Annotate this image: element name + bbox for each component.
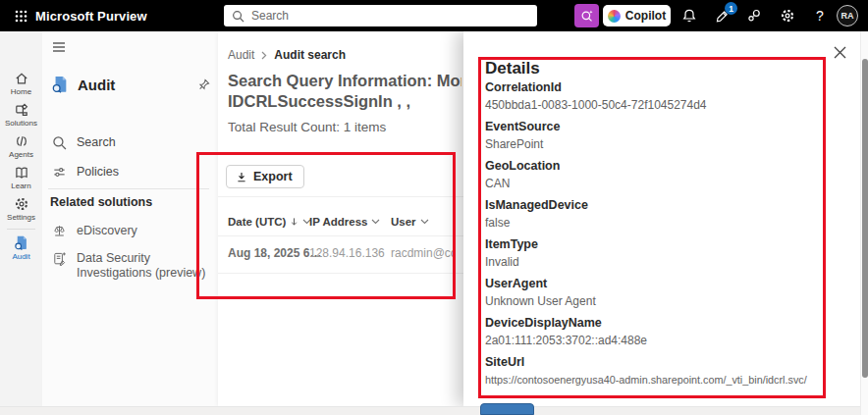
field-itemtype: ItemType Invalid — [485, 237, 823, 270]
sidebar-item-policies[interactable]: Policies — [48, 159, 211, 184]
org-settings-button[interactable] — [741, 0, 767, 31]
purview-audit-screen: Microsoft Purview Copilot 1 — [0, 0, 868, 415]
notifications-button[interactable] — [677, 0, 702, 31]
app-title[interactable]: Microsoft Purview — [35, 0, 147, 31]
org-bubbles-icon — [746, 8, 762, 24]
total-result-count: Total Result Count: 1 items — [228, 120, 386, 134]
field-ismanageddevice: IsManagedDevice false — [485, 198, 823, 231]
copilot-button[interactable]: Copilot — [603, 5, 671, 26]
top-bar: Microsoft Purview Copilot 1 — [0, 0, 868, 31]
audit-sidebar: Audit Search Policies Related solutions … — [42, 31, 218, 415]
chevron-right-icon — [261, 51, 267, 60]
field-eventsource: EventSource SharePoint — [485, 120, 823, 152]
details-panel: Details CorrelationId 450bbda1-0083-1000… — [463, 31, 868, 406]
left-rail: Home Solutions Agents Learn Settings Aud… — [0, 31, 42, 415]
sidebar-title: Audit — [78, 77, 189, 93]
bell-icon — [681, 8, 697, 24]
breadcrumb: Audit Audit search — [228, 48, 346, 62]
field-devicedisplayname: DeviceDisplayName 2a01:111:2053:3702::ad… — [485, 316, 823, 348]
rail-divider — [7, 229, 35, 230]
collapse-menu-button[interactable] — [52, 41, 66, 53]
rail-item-solutions[interactable]: Solutions — [0, 102, 42, 132]
chevron-down-icon — [420, 219, 429, 225]
search-input[interactable] — [251, 9, 529, 23]
settings-button[interactable] — [775, 0, 800, 31]
help-icon: ? — [816, 8, 824, 24]
related-solutions-header: Related solutions — [50, 195, 152, 209]
feedback-button[interactable]: 1 — [709, 0, 734, 31]
export-button[interactable]: Export — [226, 165, 304, 188]
audit-search-results-card: Audit Audit search Search Query Informat… — [218, 31, 463, 406]
sparkle-search-icon — [580, 9, 594, 23]
field-correlationid: CorrelationId 450bbda1-0083-1000-50c4-72… — [485, 80, 823, 113]
search-icon — [52, 135, 67, 150]
row-divider — [218, 273, 463, 274]
panel-primary-button-partial[interactable] — [480, 403, 534, 415]
home-icon — [14, 71, 29, 86]
copilot-label: Copilot — [625, 9, 666, 23]
rail-item-agents[interactable]: Agents — [0, 133, 42, 164]
page-title-line2: IDCRLSuccessSignIn , , — [228, 91, 461, 112]
global-search — [224, 5, 537, 26]
rail-item-learn[interactable]: Learn — [0, 165, 42, 195]
cell-ip: 128.94.16.136 — [309, 246, 385, 260]
pin-icon[interactable] — [196, 78, 211, 92]
sidebar-divider — [48, 188, 209, 189]
sidebar-item-search[interactable]: Search — [48, 130, 211, 155]
audit-document-icon — [50, 75, 70, 94]
copilot-icon — [608, 10, 621, 23]
gear-icon — [14, 196, 29, 212]
footer-strip — [0, 406, 868, 415]
page-title-line1: Search Query Information: Mon, 18 Aug 2 — [228, 71, 461, 91]
notification-badge: 1 — [725, 2, 737, 15]
column-header-user[interactable]: User — [391, 216, 429, 228]
book-icon — [14, 165, 29, 181]
download-icon — [236, 171, 247, 183]
rail-item-settings[interactable]: Settings — [0, 196, 42, 227]
rail-item-audit[interactable]: Audit — [0, 234, 42, 265]
search-icon — [232, 10, 244, 23]
field-siteurl: SiteUrl https://contosoenergyusa40-admin… — [485, 355, 823, 388]
waffle-icon — [15, 10, 27, 23]
cell-date: Aug 18, 2025 6… — [228, 246, 321, 260]
avatar-initials: RA — [841, 11, 854, 21]
column-header-date[interactable]: Date (UTC) — [228, 216, 311, 228]
gear-icon — [780, 8, 795, 24]
details-title: Details — [485, 59, 540, 78]
table-top-divider — [218, 196, 463, 197]
sidebar-item-data-security-investigations[interactable]: Data Security Investigations (preview) — [48, 251, 215, 281]
purview-search-toggle-button[interactable] — [574, 4, 599, 27]
sliders-icon — [52, 165, 67, 180]
help-button[interactable]: ? — [807, 0, 833, 31]
breadcrumb-audit[interactable]: Audit — [228, 48, 254, 62]
solutions-icon — [14, 102, 29, 118]
field-useragent: UserAgent Unknown User Agent — [485, 277, 823, 309]
sidebar-item-ediscovery[interactable]: eDiscovery — [48, 224, 215, 238]
scrollbar-thumb[interactable] — [862, 59, 868, 378]
header-row-divider — [218, 235, 463, 236]
close-icon — [834, 46, 846, 59]
breadcrumb-audit-search: Audit search — [274, 48, 346, 62]
close-panel-button[interactable] — [831, 43, 848, 61]
chevron-down-icon — [371, 219, 380, 225]
scrollbar[interactable] — [860, 31, 868, 415]
agents-icon — [14, 133, 29, 149]
rail-item-home[interactable]: Home — [0, 71, 42, 101]
sidebar-audit-header[interactable]: Audit — [48, 69, 211, 100]
account-avatar[interactable]: RA — [837, 5, 858, 26]
cell-user: racdmin@contos… — [391, 246, 454, 260]
audit-document-icon — [13, 234, 29, 251]
scales-icon — [52, 224, 67, 238]
details-fields: CorrelationId 450bbda1-0083-1000-50c4-72… — [485, 80, 823, 394]
field-geolocation: GeoLocation CAN — [485, 159, 823, 191]
sort-desc-icon — [290, 217, 298, 227]
column-header-ip[interactable]: IP Address — [309, 216, 380, 228]
document-investigation-icon — [52, 251, 67, 266]
